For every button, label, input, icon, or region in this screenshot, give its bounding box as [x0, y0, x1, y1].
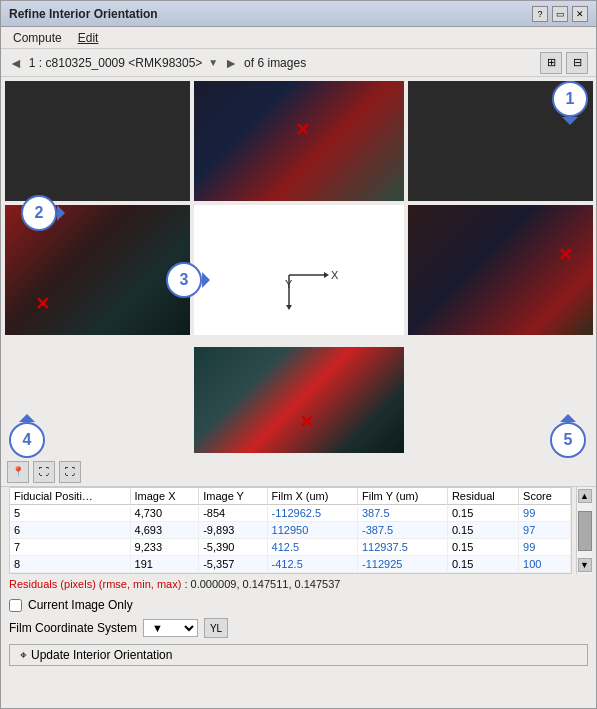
- edit-menu[interactable]: Edit: [74, 30, 103, 46]
- current-image-only-checkbox[interactable]: [9, 599, 22, 612]
- svg-text:X: X: [331, 269, 339, 281]
- cross-left: ✕: [35, 293, 50, 315]
- table-row[interactable]: 8 191 -5,357 -412.5 -112925 0.15 100: [10, 556, 571, 573]
- table-row[interactable]: 6 4,693 -9,893 112950 -387.5 0.15 97: [10, 522, 571, 539]
- cell-imgy: -5,390: [199, 539, 267, 556]
- cell-fiducial: 6: [10, 522, 130, 539]
- film-coord-icon[interactable]: YL: [204, 618, 228, 638]
- residuals-row: Residuals (pixels) (rmse, min, max) : 0.…: [1, 574, 596, 594]
- residuals-label: Residuals (pixels) (rmse, min, max): [9, 578, 181, 590]
- tool-expand-1[interactable]: ⛶: [33, 461, 55, 483]
- cell-score: 97: [519, 522, 571, 539]
- cell-score: 99: [519, 505, 571, 522]
- cell-imgx: 4,730: [130, 505, 199, 522]
- col-header-residual: Residual: [447, 488, 518, 505]
- cell-fiducial: 8: [10, 556, 130, 573]
- cell-imgx: 4,693: [130, 522, 199, 539]
- bottom-image-row: ✕: [1, 347, 596, 457]
- bottom-section: Current Image Only Film Coordinate Syste…: [1, 594, 596, 670]
- film-coord-row: Film Coordinate System ▼ YL: [9, 618, 588, 638]
- cell-filmy: 387.5: [358, 505, 448, 522]
- cell-score: 99: [519, 539, 571, 556]
- svg-marker-4: [286, 305, 292, 310]
- cell-filmy: -387.5: [358, 522, 448, 539]
- scrollbar[interactable]: ▲ ▼: [576, 487, 592, 574]
- cross-right: ✕: [558, 244, 573, 266]
- balloon-1: 1: [552, 81, 588, 117]
- cell-filmy: -112925: [358, 556, 448, 573]
- cross-bottom: ✕: [299, 411, 314, 433]
- toolbar: 📍 ⛶ ⛶: [1, 457, 596, 487]
- maximize-button[interactable]: ▭: [552, 6, 568, 22]
- filter-icon-button[interactable]: ⊞: [540, 52, 562, 74]
- balloon-2: 2: [21, 195, 57, 231]
- window-title: Refine Interior Orientation: [9, 7, 158, 21]
- update-interior-orientation-button[interactable]: ⌖ Update Interior Orientation: [9, 644, 588, 666]
- cell-filmx: 112950: [267, 522, 357, 539]
- table-wrapper: Fiducial Positi… Image X Image Y Film X …: [5, 487, 592, 574]
- axis-diagram: X Y: [259, 230, 339, 310]
- prev-image-button[interactable]: ◄: [9, 55, 23, 71]
- window-controls: ? ▭ ✕: [532, 6, 588, 22]
- cell-filmx: -412.5: [267, 556, 357, 573]
- nav-bar: ◄ 1 : c810325_0009 <RMK98305> ▼ ► of 6 i…: [1, 49, 596, 77]
- scroll-up[interactable]: ▲: [578, 489, 592, 503]
- cell-filmx: 412.5: [267, 539, 357, 556]
- grid-icon-button[interactable]: ⊟: [566, 52, 588, 74]
- minimize-button[interactable]: ?: [532, 6, 548, 22]
- compute-menu[interactable]: Compute: [9, 30, 66, 46]
- tool-pin[interactable]: 📍: [7, 461, 29, 483]
- cell-residual: 0.15: [447, 539, 518, 556]
- cell-residual: 0.15: [447, 556, 518, 573]
- balloon-3: 3: [166, 262, 202, 298]
- empty-top-left: [5, 81, 190, 201]
- col-header-fiducial: Fiducial Positi…: [10, 488, 130, 505]
- cell-filmy: 112937.5: [358, 539, 448, 556]
- content-area: 1 2 3 4 5 ✕ ✕: [1, 77, 596, 708]
- balloon-4: 4: [9, 422, 45, 458]
- close-button[interactable]: ✕: [572, 6, 588, 22]
- col-header-filmy: Film Y (um): [358, 488, 448, 505]
- of-images-label: of 6 images: [244, 56, 306, 70]
- current-image-only-label: Current Image Only: [28, 598, 133, 612]
- scroll-thumb[interactable]: [578, 511, 592, 551]
- image-dropdown[interactable]: ▼: [208, 57, 218, 68]
- checkbox-row: Current Image Only: [9, 598, 588, 612]
- image-grid: ✕ ✕ X Y ✕: [1, 77, 596, 347]
- menu-bar: Compute Edit: [1, 27, 596, 49]
- cell-imgy: -854: [199, 505, 267, 522]
- col-header-imgx: Image X: [130, 488, 199, 505]
- svg-text:Y: Y: [285, 278, 293, 290]
- axis-center: X Y: [194, 205, 404, 335]
- current-image-label: 1 : c810325_0009 <RMK98305>: [29, 56, 202, 70]
- table-row[interactable]: 7 9,233 -5,390 412.5 112937.5 0.15 99: [10, 539, 571, 556]
- svg-marker-1: [324, 272, 329, 278]
- fiducial-top: ✕: [194, 81, 404, 201]
- table-row[interactable]: 5 4,730 -854 -112962.5 387.5 0.15 99: [10, 505, 571, 522]
- fiducial-bottom: ✕: [194, 347, 404, 453]
- fiducial-right: ✕: [408, 205, 593, 335]
- col-header-score: Score: [519, 488, 571, 505]
- scroll-down[interactable]: ▼: [578, 558, 592, 572]
- cell-score: 100: [519, 556, 571, 573]
- cell-imgx: 191: [130, 556, 199, 573]
- cell-filmx: -112962.5: [267, 505, 357, 522]
- film-coord-dropdown[interactable]: ▼: [143, 619, 198, 637]
- cell-imgx: 9,233: [130, 539, 199, 556]
- cell-residual: 0.15: [447, 522, 518, 539]
- update-btn-label: Update Interior Orientation: [31, 648, 172, 662]
- main-window: Refine Interior Orientation ? ▭ ✕ Comput…: [0, 0, 597, 709]
- nav-icon-group: ⊞ ⊟: [540, 52, 588, 74]
- cell-fiducial: 7: [10, 539, 130, 556]
- next-image-button[interactable]: ►: [224, 55, 238, 71]
- update-icon: ⌖: [20, 648, 27, 662]
- cell-imgy: -5,357: [199, 556, 267, 573]
- film-coord-label: Film Coordinate System: [9, 621, 137, 635]
- fiducial-table: Fiducial Positi… Image X Image Y Film X …: [9, 487, 572, 574]
- cell-imgy: -9,893: [199, 522, 267, 539]
- residuals-values: 0.000009, 0.147511, 0.147537: [191, 578, 341, 590]
- col-header-imgy: Image Y: [199, 488, 267, 505]
- tool-expand-2[interactable]: ⛶: [59, 461, 81, 483]
- title-bar: Refine Interior Orientation ? ▭ ✕: [1, 1, 596, 27]
- balloon-5: 5: [550, 422, 586, 458]
